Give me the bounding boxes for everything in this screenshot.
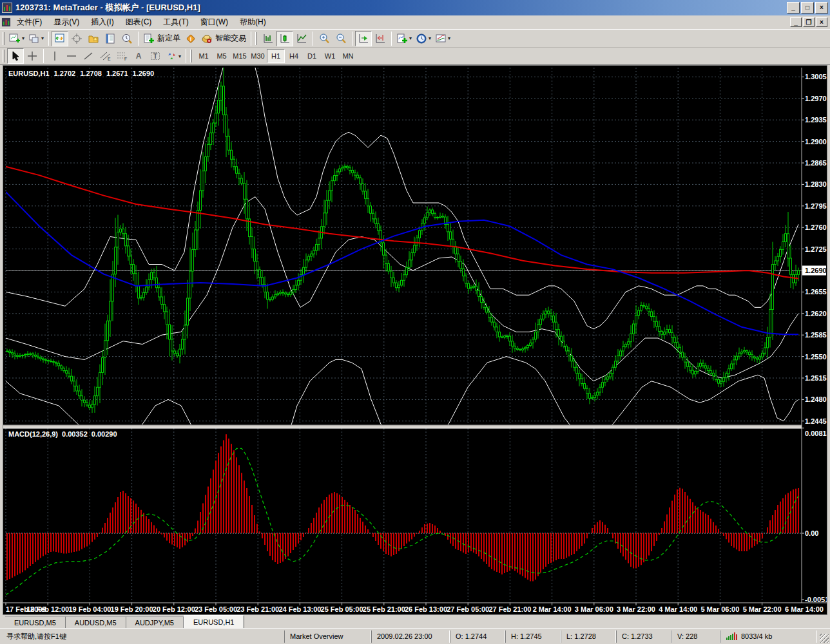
equidistant-channel-button[interactable]: E bbox=[97, 48, 113, 64]
tab-eurusd-m5[interactable]: EURUSD,M5 bbox=[5, 616, 66, 628]
menu-insert[interactable]: 插入(I) bbox=[85, 15, 119, 29]
zoom-out-button[interactable] bbox=[333, 31, 349, 46]
tab-eurusd-h1[interactable]: EURUSD,H1 bbox=[184, 615, 244, 628]
periods-button[interactable]: ▾ bbox=[414, 31, 433, 46]
svg-text:T: T bbox=[153, 53, 157, 60]
svg-text:18 Feb 12:00: 18 Feb 12:00 bbox=[26, 605, 69, 613]
zoom-in-button[interactable] bbox=[316, 31, 333, 46]
dropdown-arrow-icon: ▾ bbox=[429, 35, 431, 41]
bar-chart-button[interactable] bbox=[260, 31, 276, 46]
tab-audjpy-m5[interactable]: AUDJPY,M5 bbox=[126, 616, 184, 628]
price-chart[interactable]: 1.30051.29701.29351.29001.28651.28301.27… bbox=[3, 66, 827, 614]
cursor-button[interactable] bbox=[7, 48, 24, 64]
horizontal-line-button[interactable] bbox=[63, 48, 80, 64]
new-chart-button[interactable]: ▾ bbox=[7, 31, 26, 46]
crosshair-icon bbox=[26, 50, 38, 62]
timeframe-m15-button[interactable]: M15 bbox=[231, 49, 249, 63]
status-market-overview[interactable]: Market Overview bbox=[284, 630, 371, 643]
text-button[interactable]: A bbox=[130, 48, 147, 64]
dropdown-arrow-icon: ▾ bbox=[409, 35, 412, 41]
child-minimize-button[interactable]: _ bbox=[790, 17, 802, 27]
cursor-arrow-icon bbox=[10, 50, 21, 62]
vertical-line-button[interactable] bbox=[46, 48, 63, 64]
toolbar-grip[interactable] bbox=[3, 50, 5, 62]
terminal-button[interactable] bbox=[102, 31, 119, 46]
maximize-button[interactable]: □ bbox=[801, 2, 814, 14]
svg-text:1.2935: 1.2935 bbox=[805, 116, 827, 124]
svg-text:1.2690: 1.2690 bbox=[805, 267, 827, 274]
svg-text:19 Feb 20:00: 19 Feb 20:00 bbox=[111, 605, 153, 613]
expert-advisors-button[interactable]: 智能交易 bbox=[199, 31, 248, 46]
chart-area[interactable]: 1.30051.29701.29351.29001.28651.28301.27… bbox=[3, 65, 827, 615]
menu-charts[interactable]: 图表(C) bbox=[120, 15, 158, 29]
menu-view[interactable]: 显示(V) bbox=[48, 15, 85, 29]
menu-tools[interactable]: 工具(T) bbox=[157, 15, 194, 29]
toolbar-separator bbox=[251, 32, 251, 46]
terminal-notebook-icon bbox=[104, 33, 116, 44]
chart-ohlc-header: EURUSD,H1 1.2702 1.2708 1.2671 1.2690 bbox=[8, 70, 154, 77]
timeframe-h4-button[interactable]: H4 bbox=[285, 49, 303, 63]
minimize-button[interactable]: _ bbox=[787, 2, 800, 14]
svg-text:5 Mar 06:00: 5 Mar 06:00 bbox=[700, 605, 739, 613]
vertical-line-icon bbox=[49, 50, 61, 62]
menu-file[interactable]: 文件(F) bbox=[11, 15, 48, 29]
svg-text:26 Feb 13:00: 26 Feb 13:00 bbox=[405, 605, 447, 613]
timeframe-w1-button[interactable]: W1 bbox=[321, 49, 339, 63]
timeframe-m1-button[interactable]: M1 bbox=[195, 49, 213, 63]
text-label-button[interactable]: T bbox=[147, 48, 164, 64]
toolbar-separator bbox=[43, 49, 44, 63]
history-center-button[interactable] bbox=[119, 31, 135, 46]
candlestick-chart-button[interactable] bbox=[276, 31, 293, 46]
fibonacci-button[interactable]: F bbox=[113, 48, 130, 64]
chart-shift-button[interactable] bbox=[372, 31, 389, 46]
svg-text:23 Feb 21:00: 23 Feb 21:00 bbox=[236, 605, 279, 613]
metatrader-window: 1203731: MetaTrader - 模拟帐户 - [EURUSD,H1]… bbox=[0, 0, 830, 644]
auto-scroll-button[interactable] bbox=[355, 31, 372, 46]
status-connection: 8033/4 kb bbox=[720, 630, 817, 643]
market-watch-button[interactable] bbox=[52, 31, 68, 46]
menu-window[interactable]: 窗口(W) bbox=[195, 15, 234, 29]
new-order-button[interactable]: 新定单 bbox=[141, 31, 182, 46]
chart-close-value: 1.2690 bbox=[133, 70, 155, 77]
resize-grip[interactable] bbox=[820, 634, 829, 643]
svg-text:1.2970: 1.2970 bbox=[805, 95, 827, 102]
templates-icon bbox=[435, 33, 447, 44]
toolbar-grip[interactable] bbox=[3, 32, 5, 45]
alerts-button[interactable]: ! bbox=[182, 31, 199, 46]
crosshair-button[interactable] bbox=[24, 48, 41, 64]
data-window-button[interactable] bbox=[68, 31, 85, 46]
title-bar: 1203731: MetaTrader - 模拟帐户 - [EURUSD,H1]… bbox=[0, 0, 830, 15]
tab-audusd-m5[interactable]: AUDUSD,M5 bbox=[66, 616, 126, 628]
indicators-button[interactable]: ▾ bbox=[394, 31, 414, 46]
trendline-button[interactable] bbox=[80, 48, 97, 64]
horizontal-line-icon bbox=[66, 50, 77, 62]
templates-button[interactable]: ▾ bbox=[433, 31, 452, 46]
child-restore-button[interactable]: ❐ bbox=[803, 17, 815, 27]
navigator-button[interactable] bbox=[85, 31, 102, 46]
menu-bar: 文件(F) 显示(V) 插入(I) 图表(C) 工具(T) 窗口(W) 帮助(H… bbox=[0, 15, 830, 30]
timeframe-d1-button[interactable]: D1 bbox=[303, 49, 321, 63]
close-button[interactable]: × bbox=[815, 2, 828, 14]
menu-help[interactable]: 帮助(H) bbox=[234, 15, 272, 29]
toolbar-grip[interactable] bbox=[190, 50, 192, 62]
macd-label: MACD(12,26,9) bbox=[8, 430, 58, 438]
macd-main-value: 0.00352 bbox=[62, 430, 88, 438]
timeframe-m30-button[interactable]: M30 bbox=[249, 49, 267, 63]
line-chart-button[interactable] bbox=[293, 31, 310, 46]
child-close-button[interactable]: × bbox=[816, 17, 827, 27]
toolbar-grip[interactable] bbox=[255, 32, 257, 45]
text-label-icon: T bbox=[150, 50, 161, 62]
timeframe-m5-button[interactable]: M5 bbox=[213, 49, 231, 63]
chart-low-value: 1.2671 bbox=[106, 70, 128, 77]
profiles-button[interactable]: ▾ bbox=[26, 31, 46, 46]
svg-text:1.3005: 1.3005 bbox=[805, 73, 827, 80]
svg-text:1.2900: 1.2900 bbox=[805, 138, 827, 146]
timeframe-h1-button[interactable]: H1 bbox=[267, 49, 285, 63]
svg-text:25 Feb 05:00: 25 Feb 05:00 bbox=[321, 605, 363, 613]
status-bar: 寻求帮助,请按F1键 Market Overview 2009.02.26 23… bbox=[0, 628, 830, 644]
arrows-button[interactable]: ▾ bbox=[164, 48, 183, 64]
timeframe-mn-button[interactable]: MN bbox=[339, 49, 357, 63]
dropdown-arrow-icon: ▾ bbox=[448, 35, 450, 41]
chart-window-icon[interactable] bbox=[1, 17, 11, 27]
drawing-toolbar: E F A T ▾ M1 M5 M15 M30 H1 H4 D1 W1 MN bbox=[0, 48, 830, 65]
